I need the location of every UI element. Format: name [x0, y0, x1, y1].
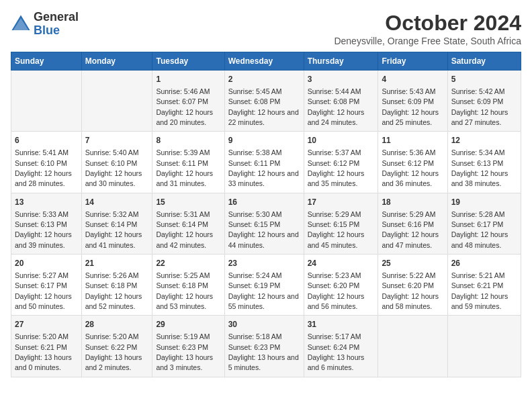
day-number: 29	[156, 319, 220, 330]
calendar-cell: 4Sunrise: 5:43 AM Sunset: 6:09 PM Daylig…	[378, 71, 447, 132]
day-number: 31	[308, 319, 375, 330]
day-number: 10	[308, 135, 375, 146]
calendar-cell: 28Sunrise: 5:20 AM Sunset: 6:22 PM Dayli…	[81, 316, 152, 377]
day-info: Sunrise: 5:18 AM Sunset: 6:23 PM Dayligh…	[228, 332, 299, 371]
day-info: Sunrise: 5:24 AM Sunset: 6:19 PM Dayligh…	[228, 271, 299, 310]
calendar-cell: 9Sunrise: 5:38 AM Sunset: 6:11 PM Daylig…	[224, 132, 304, 193]
weekday-header-row: SundayMondayTuesdayWednesdayThursdayFrid…	[11, 52, 521, 71]
calendar-cell: 1Sunrise: 5:46 AM Sunset: 6:07 PM Daylig…	[152, 71, 224, 132]
day-info: Sunrise: 5:37 AM Sunset: 6:12 PM Dayligh…	[308, 148, 365, 187]
calendar-cell: 27Sunrise: 5:20 AM Sunset: 6:21 PM Dayli…	[11, 316, 82, 377]
day-info: Sunrise: 5:46 AM Sunset: 6:07 PM Dayligh…	[156, 87, 213, 126]
logo: General Blue	[11, 11, 79, 38]
day-number: 13	[15, 197, 78, 208]
calendar-cell: 19Sunrise: 5:28 AM Sunset: 6:17 PM Dayli…	[447, 193, 521, 254]
calendar-table: SundayMondayTuesdayWednesdayThursdayFrid…	[11, 52, 521, 377]
day-info: Sunrise: 5:20 AM Sunset: 6:22 PM Dayligh…	[85, 332, 142, 371]
calendar-cell: 5Sunrise: 5:42 AM Sunset: 6:09 PM Daylig…	[447, 71, 521, 132]
calendar-cell: 13Sunrise: 5:33 AM Sunset: 6:13 PM Dayli…	[11, 193, 82, 254]
day-number: 7	[85, 135, 149, 146]
day-info: Sunrise: 5:29 AM Sunset: 6:15 PM Dayligh…	[308, 210, 365, 249]
weekday-header-tuesday: Tuesday	[152, 52, 224, 71]
calendar-row: 13Sunrise: 5:33 AM Sunset: 6:13 PM Dayli…	[11, 193, 521, 254]
day-number: 22	[156, 258, 220, 269]
calendar-cell: 18Sunrise: 5:29 AM Sunset: 6:16 PM Dayli…	[378, 193, 447, 254]
day-number: 24	[308, 258, 375, 269]
location: Deneysville, Orange Free State, South Af…	[334, 36, 521, 46]
calendar-cell: 7Sunrise: 5:40 AM Sunset: 6:10 PM Daylig…	[81, 132, 152, 193]
calendar-cell: 12Sunrise: 5:34 AM Sunset: 6:13 PM Dayli…	[447, 132, 521, 193]
day-info: Sunrise: 5:43 AM Sunset: 6:09 PM Dayligh…	[382, 87, 439, 126]
calendar-cell: 25Sunrise: 5:22 AM Sunset: 6:20 PM Dayli…	[378, 255, 447, 316]
day-number: 26	[451, 258, 517, 269]
calendar-row: 20Sunrise: 5:27 AM Sunset: 6:17 PM Dayli…	[11, 255, 521, 316]
calendar-row: 1Sunrise: 5:46 AM Sunset: 6:07 PM Daylig…	[11, 71, 521, 132]
calendar-cell: 8Sunrise: 5:39 AM Sunset: 6:11 PM Daylig…	[152, 132, 224, 193]
day-info: Sunrise: 5:19 AM Sunset: 6:23 PM Dayligh…	[156, 332, 213, 371]
day-number: 2	[228, 74, 300, 85]
calendar-cell	[81, 71, 152, 132]
day-info: Sunrise: 5:29 AM Sunset: 6:16 PM Dayligh…	[382, 210, 439, 249]
weekday-header-monday: Monday	[81, 52, 152, 71]
day-number: 11	[382, 135, 443, 146]
weekday-header-thursday: Thursday	[304, 52, 378, 71]
day-number: 8	[156, 135, 220, 146]
calendar-cell	[447, 316, 521, 377]
day-info: Sunrise: 5:23 AM Sunset: 6:20 PM Dayligh…	[308, 271, 365, 310]
day-info: Sunrise: 5:21 AM Sunset: 6:21 PM Dayligh…	[451, 271, 508, 310]
calendar-cell: 29Sunrise: 5:19 AM Sunset: 6:23 PM Dayli…	[152, 316, 224, 377]
day-info: Sunrise: 5:41 AM Sunset: 6:10 PM Dayligh…	[15, 148, 72, 187]
day-info: Sunrise: 5:27 AM Sunset: 6:17 PM Dayligh…	[15, 271, 72, 310]
day-number: 16	[228, 197, 300, 208]
month-title: October 2024	[334, 11, 521, 36]
logo-blue-text: Blue	[34, 24, 79, 38]
day-info: Sunrise: 5:39 AM Sunset: 6:11 PM Dayligh…	[156, 148, 213, 187]
day-info: Sunrise: 5:20 AM Sunset: 6:21 PM Dayligh…	[15, 332, 72, 371]
day-number: 9	[228, 135, 300, 146]
day-info: Sunrise: 5:25 AM Sunset: 6:18 PM Dayligh…	[156, 271, 213, 310]
day-number: 4	[382, 74, 443, 85]
day-number: 14	[85, 197, 149, 208]
calendar-cell: 20Sunrise: 5:27 AM Sunset: 6:17 PM Dayli…	[11, 255, 82, 316]
calendar-row: 6Sunrise: 5:41 AM Sunset: 6:10 PM Daylig…	[11, 132, 521, 193]
calendar-cell	[11, 71, 82, 132]
day-number: 19	[451, 197, 517, 208]
day-info: Sunrise: 5:28 AM Sunset: 6:17 PM Dayligh…	[451, 210, 508, 249]
weekday-header-sunday: Sunday	[11, 52, 82, 71]
day-number: 20	[15, 258, 78, 269]
day-number: 15	[156, 197, 220, 208]
day-info: Sunrise: 5:36 AM Sunset: 6:12 PM Dayligh…	[382, 148, 439, 187]
day-number: 6	[15, 135, 78, 146]
day-info: Sunrise: 5:17 AM Sunset: 6:24 PM Dayligh…	[308, 332, 365, 371]
logo-general-text: General	[34, 11, 79, 24]
day-number: 18	[382, 197, 443, 208]
day-info: Sunrise: 5:44 AM Sunset: 6:08 PM Dayligh…	[308, 87, 365, 126]
day-number: 21	[85, 258, 149, 269]
calendar-cell: 3Sunrise: 5:44 AM Sunset: 6:08 PM Daylig…	[304, 71, 378, 132]
calendar-cell: 24Sunrise: 5:23 AM Sunset: 6:20 PM Dayli…	[304, 255, 378, 316]
calendar-cell: 16Sunrise: 5:30 AM Sunset: 6:15 PM Dayli…	[224, 193, 304, 254]
calendar-cell: 6Sunrise: 5:41 AM Sunset: 6:10 PM Daylig…	[11, 132, 82, 193]
weekday-header-saturday: Saturday	[447, 52, 521, 71]
day-number: 5	[451, 74, 517, 85]
day-info: Sunrise: 5:31 AM Sunset: 6:14 PM Dayligh…	[156, 210, 213, 249]
day-info: Sunrise: 5:42 AM Sunset: 6:09 PM Dayligh…	[451, 87, 508, 126]
calendar-cell: 30Sunrise: 5:18 AM Sunset: 6:23 PM Dayli…	[224, 316, 304, 377]
day-number: 23	[228, 258, 300, 269]
calendar-cell: 31Sunrise: 5:17 AM Sunset: 6:24 PM Dayli…	[304, 316, 378, 377]
day-info: Sunrise: 5:33 AM Sunset: 6:13 PM Dayligh…	[15, 210, 72, 249]
day-info: Sunrise: 5:45 AM Sunset: 6:08 PM Dayligh…	[228, 87, 299, 126]
calendar-cell: 11Sunrise: 5:36 AM Sunset: 6:12 PM Dayli…	[378, 132, 447, 193]
logo-icon	[11, 14, 31, 34]
calendar-row: 27Sunrise: 5:20 AM Sunset: 6:21 PM Dayli…	[11, 316, 521, 377]
weekday-header-wednesday: Wednesday	[224, 52, 304, 71]
day-info: Sunrise: 5:40 AM Sunset: 6:10 PM Dayligh…	[85, 148, 142, 187]
day-info: Sunrise: 5:34 AM Sunset: 6:13 PM Dayligh…	[451, 148, 508, 187]
day-number: 27	[15, 319, 78, 330]
day-info: Sunrise: 5:32 AM Sunset: 6:14 PM Dayligh…	[85, 210, 142, 249]
calendar-cell: 14Sunrise: 5:32 AM Sunset: 6:14 PM Dayli…	[81, 193, 152, 254]
day-number: 3	[308, 74, 375, 85]
day-number: 1	[156, 74, 220, 85]
calendar-cell: 23Sunrise: 5:24 AM Sunset: 6:19 PM Dayli…	[224, 255, 304, 316]
calendar-cell: 26Sunrise: 5:21 AM Sunset: 6:21 PM Dayli…	[447, 255, 521, 316]
